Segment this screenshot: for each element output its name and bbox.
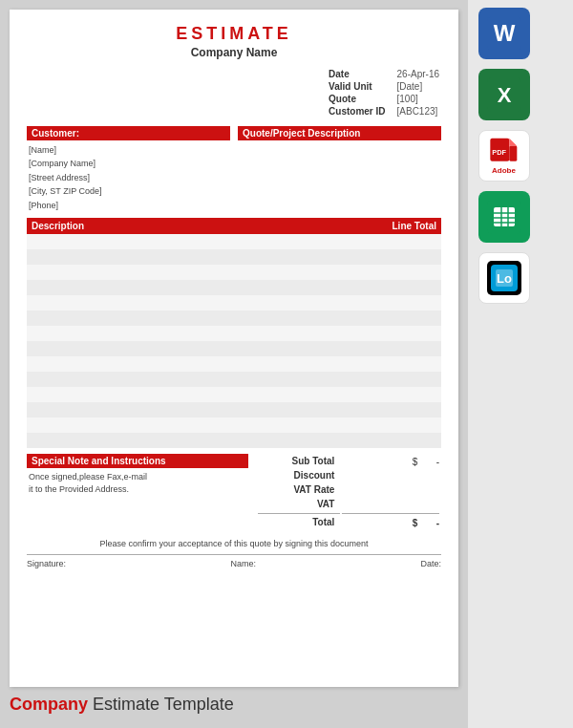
special-note-text: Once signed,please Fax,e-mailit to the P… [27, 471, 248, 497]
subtotal-label: Sub Total [258, 456, 340, 468]
valid-value: [Date] [397, 81, 439, 92]
signature-label: Signature: [27, 559, 66, 568]
word-icon-button[interactable]: W [478, 8, 530, 59]
table-row [27, 418, 441, 433]
table-cell-description [27, 234, 248, 249]
signature-line: Signature: Name: Date: [27, 554, 441, 568]
totals-area: Sub Total $ - Discount VAT Rate [256, 454, 441, 531]
subtotal-row: Sub Total $ - [258, 456, 439, 468]
table-row [27, 234, 441, 249]
quote-value: [100] [397, 94, 439, 104]
customer-quote-section: Customer: [Name] [Company Name] [Street … [27, 126, 441, 212]
info-grid: Date 26-Apr-16 Valid Unit [Date] Quote [… [27, 67, 441, 118]
discount-label: Discount [258, 470, 340, 482]
doc-title: ESTIMATE [27, 24, 441, 44]
col-description: Description [27, 218, 248, 234]
table-cell-description [27, 265, 248, 280]
svg-marker-5 [509, 138, 517, 145]
vat-rate-label: VAT Rate [258, 484, 340, 497]
vat-label: VAT [258, 499, 340, 511]
table-cell-line-total [248, 372, 441, 387]
table-header-row: Description Line Total [27, 218, 441, 234]
quote-section: Quote/Project Description [238, 126, 441, 212]
bottom-label-bold: Company [10, 695, 88, 714]
pdf-svg-icon: PDF [489, 138, 520, 164]
table-cell-line-total [248, 265, 441, 280]
customer-phone: [Phone] [29, 199, 230, 212]
excel-svg-icon: X [487, 77, 521, 112]
vat-rate-row: VAT Rate [258, 484, 439, 497]
table-cell-line-total [248, 326, 441, 341]
svg-text:PDF: PDF [492, 148, 506, 157]
customer-name: [Name] [29, 143, 230, 157]
customer-content: [Name] [Company Name] [Street Address] [… [27, 143, 230, 212]
svg-text:Lo: Lo [497, 271, 512, 286]
table-cell-line-total [248, 387, 441, 402]
sheets-svg-icon [487, 200, 521, 234]
customer-header: Customer: [27, 126, 230, 140]
table-row [27, 265, 441, 280]
table-cell-description [27, 372, 248, 387]
table-cell-line-total [248, 356, 441, 372]
special-note-header: Special Note and Instructions [27, 454, 248, 468]
table-row [27, 280, 441, 295]
svg-rect-9 [494, 207, 515, 226]
items-table: Description Line Total [27, 218, 441, 448]
special-note-area: Special Note and Instructions Once signe… [27, 454, 248, 531]
table-cell-line-total [248, 310, 441, 326]
table-cell-line-total [248, 280, 441, 295]
table-cell-description [27, 356, 248, 372]
table-cell-description [27, 295, 248, 310]
info-row-customer-id: Customer ID [ABC123] [329, 106, 439, 117]
table-row [27, 295, 441, 310]
customer-id-label: Customer ID [329, 106, 394, 117]
totals-table: Sub Total $ - Discount VAT Rate [256, 454, 441, 531]
discount-row: Discount [258, 470, 439, 482]
name-label: Name: [231, 559, 257, 568]
table-cell-line-total [248, 402, 441, 418]
info-row-quote: Quote [100] [329, 94, 439, 104]
doc-company: Company Name [27, 46, 441, 59]
sidebar: W X PDF Adobe [468, 0, 540, 728]
table-row [27, 433, 441, 448]
table-row [27, 402, 441, 418]
customer-section: Customer: [Name] [Company Name] [Street … [27, 126, 230, 212]
libreoffice-svg-icon: Lo [487, 261, 521, 295]
doc-header: ESTIMATE Company Name [27, 24, 441, 59]
pdf-icon-button[interactable]: PDF Adobe [478, 130, 530, 182]
date-label: Date [329, 69, 394, 79]
info-row-valid: Valid Unit [Date] [329, 81, 439, 92]
table-cell-line-total [248, 341, 441, 356]
table-cell-description [27, 310, 248, 326]
bottom-section: Special Note and Instructions Once signe… [27, 454, 441, 531]
total-value: $ - [342, 513, 439, 529]
confirm-text: Please confirm your acceptance of this q… [27, 539, 441, 548]
table-cell-line-total [248, 234, 441, 249]
table-cell-description [27, 418, 248, 433]
table-cell-description [27, 326, 248, 341]
info-table: Date 26-Apr-16 Valid Unit [Date] Quote [… [327, 67, 441, 118]
date-value: 26-Apr-16 [397, 69, 439, 79]
table-row [27, 372, 441, 387]
sheets-icon-button[interactable] [478, 191, 530, 243]
customer-address: [Street Address] [29, 171, 230, 184]
bottom-label-normal: Estimate Template [88, 695, 234, 714]
word-svg-icon: W [487, 16, 521, 51]
table-cell-description [27, 280, 248, 295]
table-cell-description [27, 249, 248, 265]
svg-text:X: X [497, 83, 511, 107]
vat-row: VAT [258, 499, 439, 511]
table-cell-line-total [248, 295, 441, 310]
table-cell-line-total [248, 418, 441, 433]
subtotal-value: $ - [342, 456, 439, 468]
table-row [27, 310, 441, 326]
quote-label: Quote [329, 94, 394, 104]
svg-rect-6 [509, 145, 517, 161]
table-cell-line-total [248, 433, 441, 448]
table-cell-line-total [248, 249, 441, 265]
libreoffice-icon-button[interactable]: Lo [478, 252, 530, 304]
vat-rate-value [342, 484, 439, 497]
customer-city: [City, ST ZIP Code] [29, 184, 230, 198]
table-cell-description [27, 433, 248, 448]
excel-icon-button[interactable]: X [478, 69, 530, 120]
